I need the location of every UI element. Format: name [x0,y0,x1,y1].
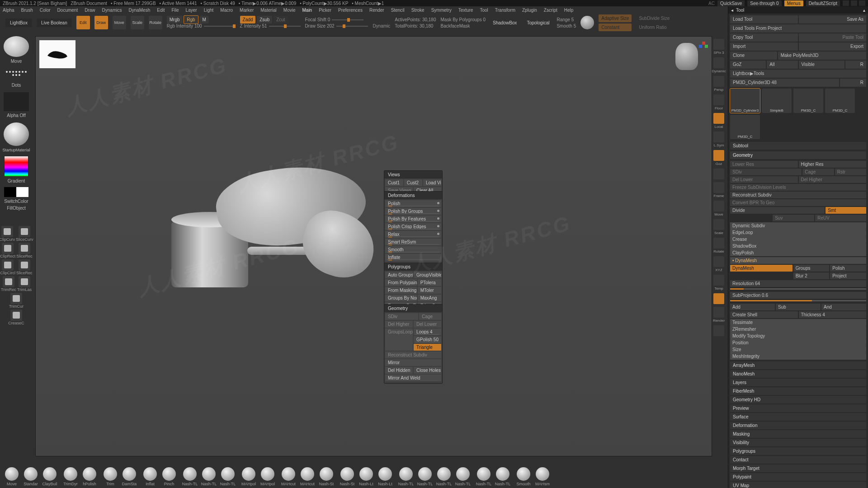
dynamesh-and-button[interactable]: And [821,304,866,310]
section-arraymesh[interactable]: ArrayMesh [730,361,866,369]
brush-nash-tl[interactable]: Nash-TL [182,467,198,486]
geometry-zremesher[interactable]: ZRemesher [730,326,866,333]
brush-nash-tl[interactable]: Nash-TL [455,467,471,486]
geom-cage[interactable]: Cage [419,313,441,320]
brush-claybuil[interactable]: ClayBuil [42,467,58,486]
range-slider[interactable]: Range 5 [557,17,576,22]
dynamesh-project-toggle[interactable]: Project [830,272,866,279]
subdivsize-slider[interactable]: SubDivide Size [636,14,672,22]
adaptive-size-toggle[interactable]: Adaptive Size [599,14,632,22]
brush-smooth[interactable]: Smooth [515,467,532,486]
tool-slicerec[interactable] [19,259,30,271]
dynamesh-polish-toggle[interactable]: Polish [830,265,866,272]
brush-nash-tl[interactable]: Nash-TL [476,467,492,486]
dynamesh-resolution-slider[interactable]: Resolution 64 [730,280,866,287]
mrgb-chip[interactable]: Mrgb [167,16,183,23]
smt-toggle[interactable]: Smt [826,207,866,214]
geometry-claypolish[interactable]: ClayPolish [730,249,866,256]
brush-damsta[interactable]: DamSta [121,467,137,486]
geom-sdiv[interactable]: SDiv [385,313,418,320]
rgb-intensity-slider[interactable]: Rgb Intensity 100 [167,23,202,28]
geometry-position[interactable]: Position [730,339,866,346]
geom-mirror[interactable]: Mirror [385,359,441,366]
ptoler-slider[interactable]: PTolera [418,279,441,286]
strip-goz[interactable] [713,150,724,161]
strip-icon[interactable] [713,293,724,304]
brush-mahsm[interactable]: MAHsm [534,467,551,486]
menu-dynamics[interactable]: Dynamics [102,8,122,13]
m-chip[interactable]: M [199,16,208,23]
higher-res-button[interactable]: Higher Res [799,161,867,168]
dock-close-icon[interactable]: ▴ [863,8,865,13]
dellower-button[interactable]: Del Lower [730,176,798,183]
tool-tile[interactable]: PM3D_Cylinder3 [730,89,760,113]
strip-l-sym[interactable] [713,131,724,142]
load-from-project-button[interactable]: Load Tools From Project [730,24,866,33]
menu-help[interactable]: Help [564,8,574,13]
deform-polish-by-groups[interactable]: Polish By Groups [385,208,441,215]
suv-toggle[interactable]: Suv [773,215,814,221]
brush-nash-tl[interactable]: Nash-TL [220,467,236,486]
live-boolean-button[interactable]: Live Boolean [37,19,72,27]
switchcolor-button[interactable]: SwitchColor [4,199,28,204]
goz-button[interactable]: GoZ [730,61,766,69]
geom-groupsloops[interactable]: GroupsLoops [385,328,413,351]
document-thumbnail[interactable] [39,40,75,68]
geometry-tessimate[interactable]: Tessimate [730,319,866,326]
backface-mask-toggle[interactable]: BackfaceMask [441,23,486,28]
views-load-button[interactable]: Load Views [423,179,441,186]
smooth-slider[interactable]: Smooth 5 [557,23,576,28]
groupvisible-button[interactable]: GroupVisible [414,272,441,278]
constant-toggle[interactable]: Constant [599,23,632,31]
tool-tile[interactable]: PM3D_C [825,89,855,113]
strip-icon[interactable] [713,325,724,336]
section-polypaint[interactable]: Polypaint [730,473,866,481]
menu-stroke[interactable]: Stroke [411,8,425,13]
lightbox-tools-button[interactable]: Lightbox▶Tools [730,70,866,78]
geom-gpolish-slider[interactable]: GPolish 50 [414,336,441,343]
section-surface[interactable]: Surface [730,413,866,421]
mode-draw-button[interactable]: Draw [94,16,108,29]
viewport-canvas[interactable]: Views Cust1 Cust2 Load Views Save Views … [35,36,712,456]
brush-standar[interactable]: Standar [23,467,39,486]
brush-nash-st[interactable]: Nash-St [318,467,335,486]
brush-nash-lt[interactable]: Nash-Lt [377,467,393,486]
menu-symmetry[interactable]: Symmetry [431,8,452,13]
tool-tile[interactable]: PM3D_C [793,89,823,113]
frommasking-button[interactable]: From Masking [385,287,417,294]
geom-closeholes[interactable]: Close Holes [414,367,441,374]
stroke-thumbnail[interactable] [6,67,27,79]
brush-nash-tl[interactable]: Nash-TL [201,467,217,486]
zcut-chip[interactable]: Zcut [274,16,288,23]
strip-xyz[interactable] [713,256,724,267]
brush-mahcut[interactable]: MAHcut [299,467,316,486]
geom-delhigher[interactable]: Del Higher [385,321,413,328]
menu-file[interactable]: File [171,8,179,13]
menu-macro[interactable]: Macro [220,8,233,13]
default-zscript[interactable]: DefaultZScript [806,0,840,6]
convert-bpr-button[interactable]: Convert BPR To Geo [730,199,866,206]
strip-rotate[interactable] [713,238,724,249]
rgb-chip[interactable]: Rgb [184,15,198,24]
mode-move-button[interactable]: Move [113,16,126,29]
section-visibility[interactable]: Visibility [730,439,866,446]
menu-edit[interactable]: Edit [157,8,165,13]
brush-hpolish[interactable]: hPolish [81,467,98,486]
window-minimize-icon[interactable] [843,0,849,6]
brush-thumbnail[interactable] [4,36,29,57]
menu-render[interactable]: Render [369,8,384,13]
zsub-chip[interactable]: Zsub [257,16,272,23]
menu-color[interactable]: Color [40,8,51,13]
fillobject-button[interactable]: FillObject [7,206,26,211]
geometry-modify-topology[interactable]: Modify Topology [730,333,866,339]
geom-dellower[interactable]: Del Lower [414,321,441,328]
section-geometry-hd[interactable]: Geometry HD [730,396,866,404]
subtool-section[interactable]: Subtool [730,142,866,150]
geom-loops-slider[interactable]: Loops 4 [414,328,441,335]
menu-brush[interactable]: Brush [21,8,33,13]
active-tool-readout[interactable]: PM3D_Cylinder3D 48 [730,79,839,87]
color-swatches[interactable] [4,187,28,197]
menu-draw[interactable]: Draw [85,8,95,13]
material-thumbnail[interactable] [4,122,29,146]
brush-move[interactable]: Move [4,467,20,486]
